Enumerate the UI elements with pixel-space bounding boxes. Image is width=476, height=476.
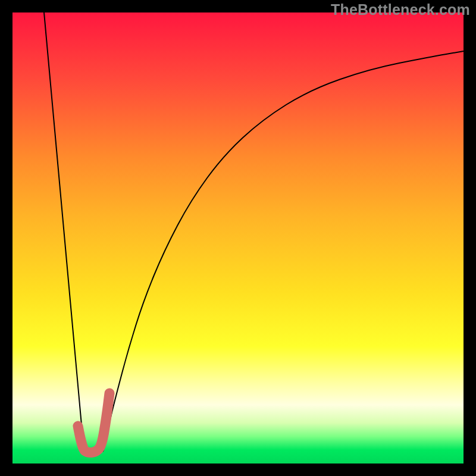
chart-svg bbox=[12, 12, 464, 464]
series-hook-marker bbox=[78, 393, 109, 453]
series-right-rising-curve bbox=[103, 51, 464, 452]
series-group bbox=[44, 12, 464, 453]
watermark-text: TheBottleneck.com bbox=[331, 1, 470, 18]
chart-frame: TheBottleneck.com bbox=[0, 0, 476, 476]
series-left-descending-line bbox=[44, 12, 84, 451]
plot-area bbox=[12, 12, 464, 464]
